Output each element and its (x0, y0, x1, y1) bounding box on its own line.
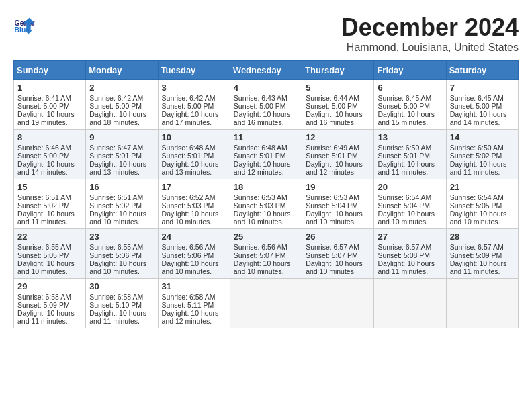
table-row: 21Sunrise: 6:54 AMSunset: 5:05 PMDayligh… (446, 179, 518, 229)
table-row: 15Sunrise: 6:51 AMSunset: 5:02 PMDayligh… (14, 179, 86, 229)
day-number: 18 (234, 182, 298, 192)
table-row (374, 279, 446, 328)
table-row: 25Sunrise: 6:56 AMSunset: 5:07 PMDayligh… (230, 229, 302, 279)
page-header: General Blue December 2024 Hammond, Loui… (13, 13, 519, 54)
table-row: 31Sunrise: 6:58 AMSunset: 5:11 PMDayligh… (158, 279, 230, 328)
day-number: 21 (450, 182, 515, 192)
table-row (230, 279, 302, 328)
day-number: 19 (306, 182, 370, 192)
table-row: 11Sunrise: 6:48 AMSunset: 5:01 PMDayligh… (230, 130, 302, 179)
day-number: 30 (89, 281, 154, 291)
day-number: 2 (89, 83, 154, 93)
calendar-week-row: 1Sunrise: 6:41 AMSunset: 5:00 PMDaylight… (14, 80, 519, 130)
calendar-header-row: SundayMondayTuesdayWednesdayThursdayFrid… (14, 61, 519, 80)
location-title: Hammond, Louisiana, United States (341, 42, 519, 54)
table-row: 22Sunrise: 6:55 AMSunset: 5:05 PMDayligh… (14, 229, 86, 279)
calendar-week-row: 8Sunrise: 6:46 AMSunset: 5:00 PMDaylight… (14, 130, 519, 179)
table-row: 10Sunrise: 6:48 AMSunset: 5:01 PMDayligh… (158, 130, 230, 179)
day-number: 24 (162, 232, 226, 242)
day-header-sunday: Sunday (14, 61, 86, 80)
day-header-friday: Friday (374, 61, 446, 80)
month-title: December 2024 (341, 13, 519, 42)
table-row: 13Sunrise: 6:50 AMSunset: 5:01 PMDayligh… (374, 130, 446, 179)
day-number: 29 (17, 281, 82, 291)
table-row: 14Sunrise: 6:50 AMSunset: 5:02 PMDayligh… (446, 130, 518, 179)
table-row: 27Sunrise: 6:57 AMSunset: 5:08 PMDayligh… (374, 229, 446, 279)
day-number: 28 (450, 232, 515, 242)
day-number: 3 (162, 83, 226, 93)
day-header-wednesday: Wednesday (230, 61, 302, 80)
day-number: 14 (450, 132, 515, 142)
table-row: 17Sunrise: 6:52 AMSunset: 5:03 PMDayligh… (158, 179, 230, 229)
day-number: 20 (378, 182, 442, 192)
table-row: 2Sunrise: 6:42 AMSunset: 5:00 PMDaylight… (86, 80, 158, 130)
table-row: 4Sunrise: 6:43 AMSunset: 5:00 PMDaylight… (230, 80, 302, 130)
day-header-thursday: Thursday (302, 61, 374, 80)
table-row: 19Sunrise: 6:53 AMSunset: 5:04 PMDayligh… (302, 179, 374, 229)
day-number: 6 (378, 83, 442, 93)
day-header-monday: Monday (86, 61, 158, 80)
day-number: 10 (162, 132, 226, 142)
table-row: 20Sunrise: 6:54 AMSunset: 5:04 PMDayligh… (374, 179, 446, 229)
day-number: 9 (89, 132, 154, 142)
day-number: 16 (89, 182, 154, 192)
table-row (446, 279, 518, 328)
table-row: 1Sunrise: 6:41 AMSunset: 5:00 PMDaylight… (14, 80, 86, 130)
table-row (302, 279, 374, 328)
calendar-week-row: 15Sunrise: 6:51 AMSunset: 5:02 PMDayligh… (14, 179, 519, 229)
day-number: 4 (234, 83, 298, 93)
calendar-week-row: 29Sunrise: 6:58 AMSunset: 5:09 PMDayligh… (14, 279, 519, 328)
table-row: 18Sunrise: 6:53 AMSunset: 5:03 PMDayligh… (230, 179, 302, 229)
day-number: 5 (306, 83, 370, 93)
title-area: December 2024 Hammond, Louisiana, United… (341, 13, 519, 54)
table-row: 7Sunrise: 6:45 AMSunset: 5:00 PMDaylight… (446, 80, 518, 130)
table-row: 6Sunrise: 6:45 AMSunset: 5:00 PMDaylight… (374, 80, 446, 130)
table-row: 8Sunrise: 6:46 AMSunset: 5:00 PMDaylight… (14, 130, 86, 179)
calendar-week-row: 22Sunrise: 6:55 AMSunset: 5:05 PMDayligh… (14, 229, 519, 279)
logo-icon: General Blue (13, 13, 35, 35)
day-number: 7 (450, 83, 515, 93)
table-row: 9Sunrise: 6:47 AMSunset: 5:01 PMDaylight… (86, 130, 158, 179)
day-number: 25 (234, 232, 298, 242)
calendar-table: SundayMondayTuesdayWednesdayThursdayFrid… (13, 60, 519, 328)
table-row: 28Sunrise: 6:57 AMSunset: 5:09 PMDayligh… (446, 229, 518, 279)
day-number: 17 (162, 182, 226, 192)
day-number: 11 (234, 132, 298, 142)
table-row: 12Sunrise: 6:49 AMSunset: 5:01 PMDayligh… (302, 130, 374, 179)
day-number: 13 (378, 132, 442, 142)
day-number: 31 (162, 281, 226, 291)
table-row: 30Sunrise: 6:58 AMSunset: 5:10 PMDayligh… (86, 279, 158, 328)
table-row: 26Sunrise: 6:57 AMSunset: 5:07 PMDayligh… (302, 229, 374, 279)
day-number: 27 (378, 232, 442, 242)
day-number: 8 (17, 132, 82, 142)
table-row: 23Sunrise: 6:55 AMSunset: 5:06 PMDayligh… (86, 229, 158, 279)
table-row: 3Sunrise: 6:42 AMSunset: 5:00 PMDaylight… (158, 80, 230, 130)
day-number: 12 (306, 132, 370, 142)
table-row: 29Sunrise: 6:58 AMSunset: 5:09 PMDayligh… (14, 279, 86, 328)
day-header-tuesday: Tuesday (158, 61, 230, 80)
day-number: 26 (306, 232, 370, 242)
day-number: 15 (17, 182, 82, 192)
table-row: 24Sunrise: 6:56 AMSunset: 5:06 PMDayligh… (158, 229, 230, 279)
day-number: 22 (17, 232, 82, 242)
day-header-saturday: Saturday (446, 61, 518, 80)
table-row: 5Sunrise: 6:44 AMSunset: 5:00 PMDaylight… (302, 80, 374, 130)
day-number: 1 (17, 83, 82, 93)
table-row: 16Sunrise: 6:51 AMSunset: 5:02 PMDayligh… (86, 179, 158, 229)
day-number: 23 (89, 232, 154, 242)
logo: General Blue (13, 13, 35, 35)
